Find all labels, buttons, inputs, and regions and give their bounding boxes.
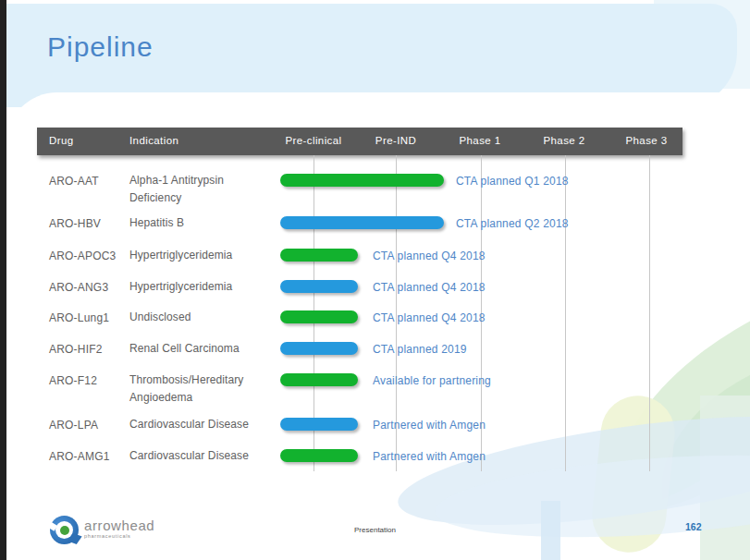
status-text: Partnered with Amgen xyxy=(373,419,486,432)
status-text: Available for partnering xyxy=(373,374,491,387)
status-text: CTA planned Q4 2018 xyxy=(373,281,486,294)
progress-bar xyxy=(280,174,444,187)
phase-gridline xyxy=(565,155,566,471)
drug-name: ARO-Lung1 xyxy=(49,311,132,324)
progress-bar xyxy=(280,449,358,462)
status-text: CTA planned 2019 xyxy=(373,343,467,356)
phase-gridline xyxy=(649,155,650,471)
status-text: Partnered with Amgen xyxy=(373,450,486,463)
progress-bar xyxy=(280,418,358,431)
drug-name: ARO-HBV xyxy=(49,217,132,230)
slide-footer: arrowhead pharmaceuticals Presentation 1… xyxy=(0,514,750,560)
column-header-phase2: Phase 2 xyxy=(544,135,585,146)
table-header: Drug Indication Pre-clinical Pre-IND Pha… xyxy=(37,128,682,155)
status-text: CTA planned Q1 2018 xyxy=(456,175,569,188)
column-header-drug: Drug xyxy=(49,135,74,146)
drug-name: ARO-AAT xyxy=(49,175,132,188)
page-number: 162 xyxy=(685,521,702,532)
content-card xyxy=(6,92,750,560)
status-text: CTA planned Q4 2018 xyxy=(373,250,486,262)
indication-text: Hypertriglyceridemia xyxy=(129,247,277,264)
progress-bar xyxy=(280,216,444,229)
drug-name: ARO-F12 xyxy=(49,374,132,387)
window-edge-strip xyxy=(0,0,6,560)
status-text: CTA planned Q4 2018 xyxy=(373,311,486,324)
indication-text: Cardiovascular Disease xyxy=(129,447,277,465)
column-header-indication: Indication xyxy=(129,135,178,146)
indication-text: Cardiovascular Disease xyxy=(129,416,277,433)
progress-bar xyxy=(280,280,358,293)
column-header-preind: Pre-IND xyxy=(375,135,416,146)
column-header-phase1: Phase 1 xyxy=(460,135,501,146)
indication-text: Renal Cell Carcinoma xyxy=(129,340,277,358)
column-header-preclinical: Pre-clinical xyxy=(285,135,341,146)
column-header-phase3: Phase 3 xyxy=(626,135,668,146)
indication-text: Hypertriglyceridemia xyxy=(129,278,277,296)
progress-bar xyxy=(280,342,358,355)
progress-bar xyxy=(280,310,358,323)
indication-text: Thrombosis/Hereditary Angioedema xyxy=(129,371,277,407)
indication-text: Hepatitis B xyxy=(129,214,277,232)
drug-name: ARO-HIF2 xyxy=(49,343,132,356)
progress-bar xyxy=(280,249,358,262)
drug-name: ARO-AMG1 xyxy=(49,450,132,463)
page-title: Pipeline xyxy=(47,31,154,63)
drug-name: ARO-ANG3 xyxy=(49,281,132,294)
presentation-slide: Pipeline Drug Indication Pre-clinical Pr… xyxy=(0,0,750,560)
indication-text: Alpha-1 Antitrypsin Deficiency xyxy=(129,172,277,207)
drug-name: ARO-LPA xyxy=(49,419,132,432)
status-text: CTA planned Q2 2018 xyxy=(456,217,569,230)
indication-text: Undisclosed xyxy=(129,309,277,326)
progress-bar xyxy=(280,373,358,386)
drug-name: ARO-APOC3 xyxy=(49,250,132,262)
footer-title: Presentation xyxy=(0,526,750,534)
